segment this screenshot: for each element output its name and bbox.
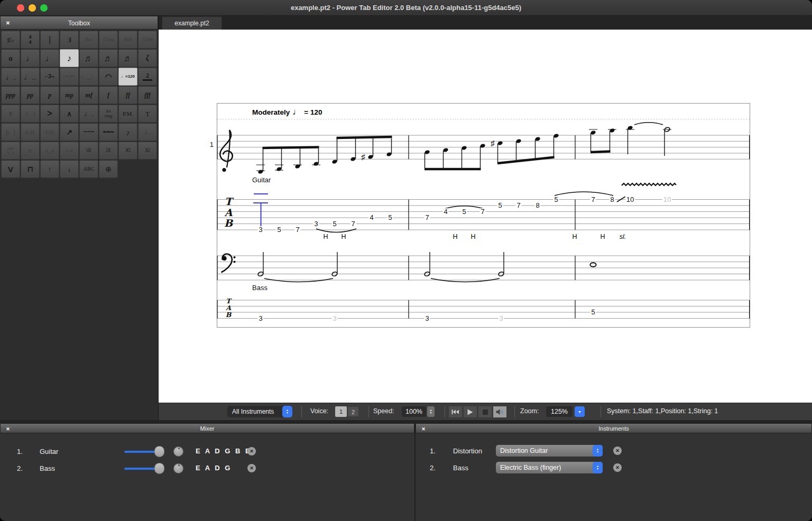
slide-out-downwards-button[interactable]: X\ bbox=[118, 142, 137, 160]
slide-out-upwards-button[interactable]: X/ bbox=[138, 142, 157, 160]
tab-fret-number[interactable]: 3 bbox=[257, 315, 263, 322]
tap-button[interactable]: T bbox=[138, 105, 157, 123]
pan-dial[interactable] bbox=[173, 446, 183, 457]
zoom-dropdown-button[interactable]: ▼ bbox=[575, 406, 585, 417]
tab-fret-number[interactable]: 5 bbox=[590, 309, 596, 316]
music-direction-button[interactable]: ⊕ bbox=[99, 160, 118, 178]
dotted-note-button[interactable]: ♩. bbox=[1, 68, 20, 86]
arpeggio-down-button[interactable]: ↓ bbox=[60, 160, 79, 178]
volume-slider-knob[interactable] bbox=[154, 463, 164, 474]
barline-button[interactable]: | bbox=[40, 31, 59, 49]
sixty-fourth-note-button[interactable]: ♬ bbox=[118, 49, 137, 67]
legato-slide-button[interactable]: x‿x bbox=[40, 142, 59, 160]
slide-into-from-above-button[interactable]: \X bbox=[79, 142, 98, 160]
let-ring-button[interactable]: let ring bbox=[99, 105, 118, 123]
dynamic-f-button[interactable]: f bbox=[99, 86, 118, 104]
play-button[interactable] bbox=[463, 406, 477, 418]
dynamic-mp-button[interactable]: mp bbox=[60, 86, 79, 104]
palm-mute-button[interactable]: P.M. bbox=[118, 105, 137, 123]
shift-slide-button[interactable]: x–x bbox=[60, 142, 79, 160]
arpeggio-up-button[interactable]: ↑ bbox=[40, 160, 59, 178]
remove-track-button[interactable]: ✕ bbox=[247, 464, 256, 472]
tapped-harmonic-button[interactable]: T.H. bbox=[40, 123, 59, 141]
sound-toggle-button[interactable] bbox=[493, 406, 507, 418]
trill-button[interactable]: tr bbox=[21, 142, 40, 160]
dynamic-pp-button[interactable]: pp bbox=[21, 86, 40, 104]
tab-fret-number[interactable]: 3 bbox=[313, 220, 319, 228]
tab-fret-number[interactable]: 8 bbox=[609, 196, 615, 203]
wide-vibrato-button[interactable]: ~~~ bbox=[99, 123, 118, 141]
tab-fret-number[interactable]: 8 bbox=[534, 202, 540, 209]
tab-fret-number[interactable]: 4 bbox=[368, 214, 374, 221]
remove-instrument-button[interactable]: ✕ bbox=[613, 446, 622, 455]
remove-instrument-button[interactable]: ✕ bbox=[613, 463, 622, 472]
thirty-second-note-button[interactable]: ♬ bbox=[99, 49, 118, 67]
dynamic-fff-button[interactable]: fff bbox=[138, 86, 157, 104]
hammer-pull-button[interactable]: H/P x‿x bbox=[1, 142, 20, 160]
vibrato-button[interactable]: ~~~ bbox=[79, 123, 98, 141]
double-dotted-note-button[interactable]: ♩.. bbox=[21, 68, 40, 86]
tab-fret-number[interactable]: 7 bbox=[515, 202, 521, 209]
tab-fret-number[interactable]: 7 bbox=[590, 196, 596, 203]
tab-fret-number[interactable]: 7 bbox=[350, 220, 356, 228]
bend-button[interactable]: ↗ bbox=[60, 123, 79, 141]
stop-button[interactable] bbox=[478, 406, 492, 418]
tab-fret-number[interactable]: 5 bbox=[497, 202, 503, 209]
whole-note-button[interactable]: o bbox=[1, 49, 20, 67]
accent-button[interactable]: > bbox=[40, 105, 59, 123]
dynamic-ppp-button[interactable]: ppp bbox=[1, 86, 20, 104]
time-signature-button[interactable]: 4 4 bbox=[21, 31, 40, 49]
all-instruments-select[interactable]: All Instruments ▲▼ bbox=[227, 406, 292, 417]
document-tab[interactable]: example.pt2 bbox=[162, 16, 222, 30]
fermata-button[interactable]: ◠ bbox=[99, 68, 118, 86]
sixteenth-note-button[interactable]: ♬ bbox=[79, 49, 98, 67]
tab-fret-number[interactable]: 7 bbox=[479, 208, 485, 216]
tab-fret-number[interactable]: 5 bbox=[461, 208, 467, 216]
tab-fret-number[interactable]: 3 bbox=[498, 315, 504, 322]
muted-note-button[interactable]: x bbox=[1, 105, 20, 123]
tab-fret-number[interactable]: 3 bbox=[331, 315, 337, 322]
ghost-note-button[interactable]: (♩) bbox=[21, 105, 40, 123]
marcato-button[interactable]: ∧ bbox=[60, 105, 79, 123]
tab-fret-number[interactable]: 10 bbox=[662, 196, 672, 203]
text-item-button[interactable]: ABC bbox=[79, 160, 98, 178]
tab-fret-number[interactable]: 5 bbox=[387, 214, 393, 221]
rest-button[interactable]: ζ bbox=[138, 49, 157, 67]
score-page[interactable] bbox=[159, 30, 812, 403]
tab-fret-number[interactable]: 3 bbox=[424, 315, 430, 322]
pickstroke-down-button[interactable]: ⊓ bbox=[21, 160, 40, 178]
tie-button[interactable]: ♩‿♩ bbox=[79, 68, 98, 86]
tab-fret-number[interactable]: 3 bbox=[257, 226, 263, 234]
stepper-down-icon[interactable]: ▼ bbox=[430, 412, 432, 415]
voice-2-button[interactable]: 2 bbox=[347, 406, 359, 417]
midi-preset-select[interactable]: Distortion Guitar ▲▼ bbox=[496, 445, 603, 457]
speed-value-field[interactable]: 100% bbox=[402, 406, 426, 417]
pan-dial[interactable] bbox=[173, 463, 183, 473]
remove-track-button[interactable]: ✕ bbox=[247, 447, 256, 455]
grace-note-button[interactable]: ♪ bbox=[118, 123, 137, 141]
tempo-marker-button[interactable]: ♩=120 bbox=[118, 68, 137, 86]
volume-slider-knob[interactable] bbox=[154, 446, 164, 457]
dynamic-ff-button[interactable]: ff bbox=[118, 86, 137, 104]
slide-into-from-below-button[interactable]: /X bbox=[99, 142, 118, 160]
triplet-button[interactable]: ⌐3¬ bbox=[40, 68, 59, 86]
tab-fret-number[interactable]: 10 bbox=[625, 196, 635, 203]
zoom-value-field[interactable]: 125% bbox=[546, 406, 573, 417]
artificial-harmonic-button[interactable]: A.H. bbox=[21, 123, 40, 141]
tab-fret-number[interactable]: 4 bbox=[442, 208, 448, 216]
pickstroke-up-button[interactable]: V bbox=[1, 160, 20, 178]
eighth-note-button[interactable]: ♪ bbox=[60, 49, 79, 67]
irregular-grouping-button[interactable]: ⌐N:M¬ bbox=[60, 68, 79, 86]
rewind-button[interactable] bbox=[448, 406, 463, 418]
tab-fret-number[interactable]: 5 bbox=[276, 226, 282, 234]
repeat-barline-button[interactable]: :‖ bbox=[60, 31, 79, 49]
half-note-button[interactable]: ♩ bbox=[21, 49, 40, 67]
dynamic-mf-button[interactable]: mf bbox=[79, 86, 98, 104]
voice-1-button[interactable]: 1 bbox=[335, 406, 347, 417]
octave-8va-button[interactable]: 8va bbox=[79, 31, 98, 49]
midi-preset-select[interactable]: Electric Bass (finger) ▲▼ bbox=[496, 462, 603, 473]
octave-15ma-button[interactable]: 15ma bbox=[99, 31, 118, 49]
accidentals-button[interactable]: ♯♭ bbox=[1, 31, 20, 49]
tab-fret-number[interactable]: 7 bbox=[424, 214, 430, 221]
multibar-rest-button[interactable]: 2 bbox=[138, 68, 157, 86]
